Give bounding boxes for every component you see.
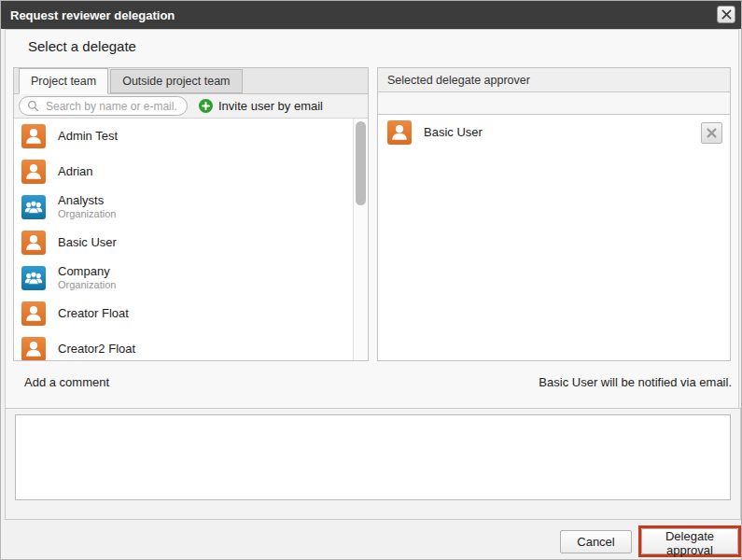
selected-delegate-list: Basic User <box>378 115 730 360</box>
user-icon <box>21 231 46 255</box>
list-item[interactable]: Analysts Organization <box>14 189 353 225</box>
user-icon <box>21 337 46 360</box>
list-item-text: Basic User <box>58 236 117 250</box>
user-name: Adrian <box>58 165 93 179</box>
list-item[interactable]: Creator Float <box>14 296 353 331</box>
user-name: Basic User <box>58 236 117 250</box>
select-delegate-heading: Select a delegate <box>28 38 136 54</box>
invite-user-by-email[interactable]: Invite user by email <box>199 99 323 113</box>
remove-selected-button[interactable] <box>701 122 722 144</box>
list-item-text: Admin Test <box>58 130 118 144</box>
invite-label: Invite user by email <box>218 99 323 113</box>
search-field[interactable] <box>19 96 188 116</box>
list-item[interactable]: Company Organization <box>14 260 353 296</box>
tab-outside-project-team[interactable]: Outside project team <box>110 69 242 93</box>
scrollbar-thumb[interactable] <box>356 121 366 205</box>
tab-bar: Project team Outside project team <box>14 68 368 94</box>
organization-icon <box>21 195 46 219</box>
search-row: Invite user by email <box>14 94 368 119</box>
dialog-body: Select a delegate Project team Outside p… <box>5 29 739 520</box>
list-item-text: Adrian <box>58 165 93 179</box>
user-name: Creator Float <box>58 307 129 321</box>
add-comment-label: Add a comment <box>24 375 109 389</box>
team-member-list: Admin Test Adrian <box>14 119 368 360</box>
list-item-text: Creator Float <box>58 307 129 321</box>
delegate-approval-highlight: Delegate approval <box>638 525 741 557</box>
user-name: Analysts <box>58 194 116 208</box>
remove-icon <box>706 127 718 139</box>
tab-project-team[interactable]: Project team <box>19 68 108 94</box>
selected-delegate-header: Selected delegate approver <box>378 68 730 92</box>
scrollbar-track[interactable] <box>353 119 368 360</box>
dialog-titlebar: Request reviewer delegation <box>1 1 741 29</box>
list-item[interactable]: Admin Test <box>14 119 353 154</box>
notify-note: Basic User will be notified via email. <box>539 375 732 389</box>
invite-plus-icon <box>199 99 213 113</box>
list-item[interactable]: Basic User <box>378 115 730 150</box>
selected-delegate-subheader <box>378 92 730 115</box>
comment-box <box>5 408 741 520</box>
user-icon <box>21 124 46 148</box>
organization-icon <box>21 266 46 290</box>
request-reviewer-delegation-dialog: Request reviewer delegation Select a del… <box>0 0 742 560</box>
cancel-button[interactable]: Cancel <box>560 530 632 553</box>
comment-textarea[interactable] <box>15 414 731 500</box>
delegate-approval-button[interactable]: Delegate approval <box>641 528 738 554</box>
user-icon <box>387 120 412 145</box>
list-item-text: Basic User <box>424 126 483 140</box>
search-input[interactable] <box>44 99 179 114</box>
search-icon <box>27 100 39 112</box>
list-item[interactable]: Basic User <box>14 225 353 260</box>
user-icon <box>21 301 46 326</box>
close-button[interactable] <box>717 6 735 23</box>
close-icon <box>721 9 732 20</box>
user-name: Creator2 Float <box>58 343 135 357</box>
user-name: Basic User <box>424 126 483 140</box>
user-name: Admin Test <box>58 130 118 144</box>
user-name: Company <box>58 265 116 279</box>
user-subtitle: Organization <box>58 208 116 220</box>
list-item[interactable]: Adrian <box>14 154 353 189</box>
delegate-picker-panel: Project team Outside project team <box>13 67 369 361</box>
user-subtitle: Organization <box>58 279 116 291</box>
list-item-text: Company Organization <box>58 265 116 291</box>
list-item-text: Analysts Organization <box>58 194 116 220</box>
dialog-title: Request reviewer delegation <box>1 8 175 22</box>
user-icon <box>21 160 46 184</box>
list-item-text: Creator2 Float <box>58 343 135 357</box>
selected-delegate-panel: Selected delegate approver Basic User <box>377 67 731 361</box>
list-item[interactable]: Creator2 Float <box>14 331 353 360</box>
